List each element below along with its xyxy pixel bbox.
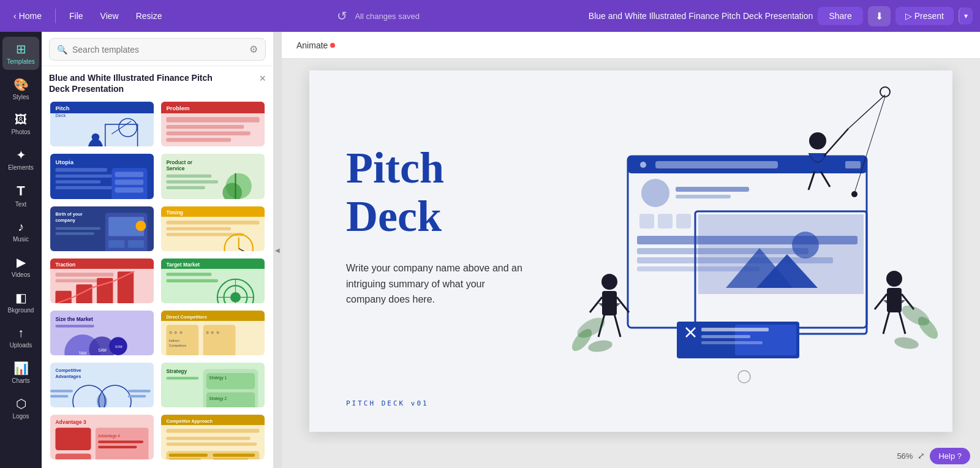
svg-rect-105 xyxy=(50,395,69,398)
canvas-wrapper[interactable]: ⊡ ⧉ + Pitch Deck Write your company name… xyxy=(282,59,980,443)
sidebar-item-charts[interactable]: 📊 Charts xyxy=(2,356,39,389)
template-card[interactable]: Size the Market TAM SAM SOM xyxy=(49,309,155,357)
svg-rect-35 xyxy=(226,199,252,200)
svg-rect-139 xyxy=(845,161,861,168)
canvas-bottom: 56% ⤢ Help ? xyxy=(282,443,980,468)
svg-point-188 xyxy=(738,371,750,383)
main-layout: ⊞ Templates 🎨 Styles 🖼 Photos ✦ Elements… xyxy=(0,32,980,468)
close-button[interactable]: × xyxy=(259,72,266,85)
template-card[interactable]: Birth of your company xyxy=(49,205,155,252)
undo-button[interactable]: ↺ xyxy=(337,9,347,23)
view-menu[interactable]: View xyxy=(94,7,125,25)
resize-menu[interactable]: Resize xyxy=(130,7,168,25)
animate-label: Animate xyxy=(296,40,328,50)
panel-collapse-handle[interactable]: ◀ xyxy=(273,32,282,468)
icon-sidebar: ⊞ Templates 🎨 Styles 🖼 Photos ✦ Elements… xyxy=(0,32,42,468)
expand-icon[interactable]: ⤢ xyxy=(918,451,925,461)
templates-icon: ⊞ xyxy=(16,42,26,56)
slide-pitch-area[interactable]: Pitch Deck xyxy=(346,144,444,241)
svg-text:Pitch: Pitch xyxy=(55,105,69,111)
svg-text:Deck: Deck xyxy=(55,113,66,119)
share-button[interactable]: Share xyxy=(818,7,862,25)
help-button[interactable]: Help ? xyxy=(930,448,970,464)
sidebar-item-text[interactable]: T Text xyxy=(2,178,39,213)
template-card[interactable]: Competitor Approach xyxy=(160,413,266,461)
svg-point-167 xyxy=(851,191,858,197)
sidebar-item-elements[interactable]: ✦ Elements xyxy=(2,143,39,176)
svg-rect-144 xyxy=(658,214,672,228)
template-card[interactable]: Utopia xyxy=(49,153,155,200)
charts-label: Charts xyxy=(12,377,29,384)
download-button[interactable]: ⬇ xyxy=(868,6,891,26)
svg-point-140 xyxy=(642,179,669,206)
svg-rect-25 xyxy=(115,180,143,185)
home-button[interactable]: ‹ Home xyxy=(7,7,48,25)
template-card[interactable]: Problem xyxy=(160,100,266,148)
background-label: Bkground xyxy=(8,307,34,314)
svg-rect-50 xyxy=(166,221,259,224)
template-card[interactable]: Traction xyxy=(49,257,155,304)
template-card[interactable]: Product or Service xyxy=(160,153,266,200)
elements-label: Elements xyxy=(8,164,34,171)
svg-line-169 xyxy=(821,172,830,187)
animate-button[interactable]: Animate xyxy=(292,38,340,53)
svg-text:Advantage 4: Advantage 4 xyxy=(98,434,120,439)
svg-point-187 xyxy=(894,336,920,351)
filter-icon[interactable]: ⚙ xyxy=(249,43,258,55)
sidebar-item-uploads[interactable]: ↑ Uploads xyxy=(2,321,39,353)
photos-label: Photos xyxy=(11,129,30,135)
sidebar-item-styles[interactable]: 🎨 Styles xyxy=(2,72,39,105)
svg-rect-60 xyxy=(55,279,100,282)
sidebar-item-logos[interactable]: ⬡ Logos xyxy=(2,391,39,425)
slide-footer[interactable]: PITCH DECK v01 xyxy=(346,399,429,407)
svg-text:company: company xyxy=(55,217,75,223)
template-card[interactable]: Target Market xyxy=(160,257,266,304)
svg-rect-69 xyxy=(166,279,218,282)
template-card[interactable]: Competitive Advantages xyxy=(49,361,155,409)
svg-text:TAM: TAM xyxy=(78,351,86,355)
animate-indicator xyxy=(330,43,335,48)
svg-text:⚙: ⚙ xyxy=(179,330,183,334)
sidebar-item-templates[interactable]: ⊞ Templates xyxy=(2,37,39,70)
topbar: ‹ Home File View Resize ↺ All changes sa… xyxy=(0,0,980,32)
svg-text:Strategy 1: Strategy 1 xyxy=(209,376,227,380)
search-input[interactable] xyxy=(72,45,244,55)
template-card[interactable]: Advantage 3 Advantage 4 xyxy=(49,413,155,461)
svg-rect-21 xyxy=(55,181,100,184)
svg-rect-68 xyxy=(166,273,211,276)
elements-icon: ✦ xyxy=(16,148,26,162)
music-icon: ♪ xyxy=(18,220,24,234)
svg-rect-118 xyxy=(55,428,91,450)
help-label: Help ? xyxy=(938,451,962,461)
template-card[interactable]: Strategy Strategy 1 Strategy 2 xyxy=(160,361,266,409)
template-card[interactable]: Timing xyxy=(160,205,266,252)
svg-rect-44 xyxy=(108,240,124,247)
svg-point-162 xyxy=(809,132,826,149)
uploads-label: Uploads xyxy=(10,342,32,349)
slide-illustration xyxy=(554,70,952,432)
heading-line2: Deck xyxy=(346,192,442,241)
sidebar-item-music[interactable]: ♪ Music xyxy=(2,215,39,247)
svg-rect-31 xyxy=(166,181,218,184)
file-menu[interactable]: File xyxy=(63,7,89,25)
home-label: Home xyxy=(19,11,42,21)
present-dropdown-button[interactable]: ▾ xyxy=(959,7,973,25)
template-card[interactable]: Pitch Deck xyxy=(49,100,155,148)
svg-rect-110 xyxy=(166,377,198,379)
slide-body-text[interactable]: Write your company name above and an int… xyxy=(346,260,524,308)
slide-container[interactable]: ⊡ ⧉ + Pitch Deck Write your company name… xyxy=(309,70,952,432)
svg-text:Competitors: Competitors xyxy=(169,344,187,347)
sidebar-item-photos[interactable]: 🖼 Photos xyxy=(2,108,39,140)
sidebar-item-videos[interactable]: ▶ Videos xyxy=(2,250,39,283)
svg-point-154 xyxy=(792,232,819,259)
present-label: Present xyxy=(914,11,944,21)
styles-label: Styles xyxy=(12,94,29,100)
svg-line-168 xyxy=(809,172,815,190)
sidebar-item-background[interactable]: ◧ Bkground xyxy=(2,285,39,319)
present-button[interactable]: ▷ Present xyxy=(895,7,954,25)
svg-rect-138 xyxy=(655,161,778,168)
svg-rect-120 xyxy=(96,428,149,461)
svg-rect-128 xyxy=(166,437,250,440)
template-card[interactable]: Direct Competitors ⚙ ⚙ ⚙ ⚙ ⚙ ⚙ Indirect … xyxy=(160,309,266,357)
photos-icon: 🖼 xyxy=(15,113,27,127)
